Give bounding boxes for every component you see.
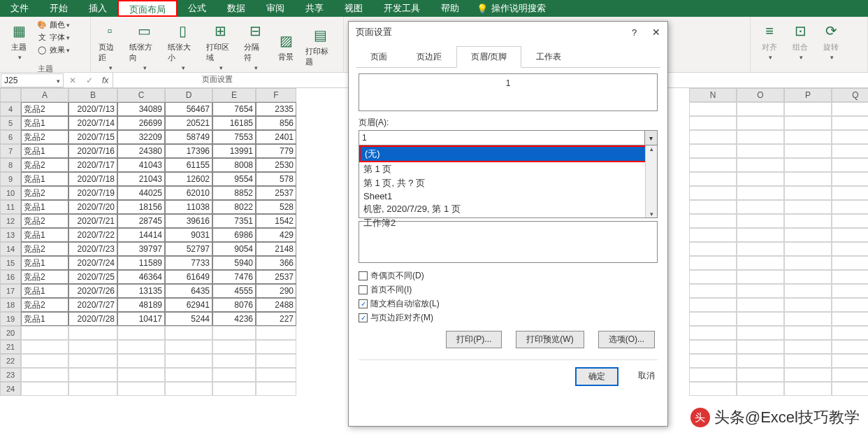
list-item[interactable]: Sheet1 (359, 190, 657, 202)
cell[interactable] (212, 326, 256, 340)
cell[interactable]: 2020/7/23 (68, 242, 117, 256)
menu-insert[interactable]: 插入 (78, 0, 117, 17)
cell[interactable]: 8008 (212, 158, 256, 172)
row-header[interactable]: 12 (0, 214, 21, 228)
cell[interactable] (737, 200, 784, 214)
orientation-button[interactable]: ▭纸张方向 (125, 18, 164, 73)
list-item[interactable]: 第 1 页, 共 ? 页 (359, 176, 657, 190)
cell[interactable] (117, 382, 165, 396)
cell[interactable]: 48189 (117, 298, 165, 312)
cell[interactable]: 46364 (117, 270, 165, 284)
chk-odd-even[interactable]: 奇偶页不同(D) (359, 270, 658, 282)
cell[interactable]: 5940 (212, 256, 256, 270)
print-preview-button[interactable]: 打印预览(W) (516, 331, 584, 348)
cell[interactable] (832, 158, 868, 172)
cell[interactable]: 竞品2 (21, 270, 68, 284)
print-titles-button[interactable]: ▤打印标题 (301, 18, 340, 73)
cell[interactable] (117, 354, 165, 368)
cell[interactable] (21, 354, 68, 368)
row-header[interactable]: 10 (0, 186, 21, 200)
col-header[interactable]: D (165, 88, 212, 102)
cell[interactable] (212, 354, 256, 368)
tab-margins[interactable]: 页边距 (402, 46, 456, 68)
row-header[interactable]: 21 (0, 340, 21, 354)
menu-view[interactable]: 视图 (334, 0, 373, 17)
cell[interactable] (737, 284, 784, 298)
cell[interactable]: 779 (256, 144, 296, 158)
cell[interactable] (832, 130, 868, 144)
menu-developer[interactable]: 开发工具 (373, 0, 431, 17)
cell[interactable]: 429 (256, 228, 296, 242)
tab-sheet[interactable]: 工作表 (521, 46, 576, 68)
cell[interactable] (165, 354, 212, 368)
row-header[interactable]: 5 (0, 116, 21, 130)
row-header[interactable]: 18 (0, 298, 21, 312)
options-button[interactable]: 选项(O)... (598, 331, 655, 348)
margins-button[interactable]: ▫页边距 (94, 18, 125, 73)
cell[interactable] (689, 214, 737, 228)
cell[interactable] (737, 130, 784, 144)
cell[interactable] (832, 298, 868, 312)
cell[interactable]: 44025 (117, 186, 165, 200)
dialog-close[interactable]: ✕ (652, 27, 660, 38)
dialog-help[interactable]: ? (632, 27, 637, 38)
cell[interactable] (689, 102, 737, 116)
cell[interactable]: 9031 (165, 228, 212, 242)
cell[interactable] (832, 172, 868, 186)
cell[interactable] (256, 368, 296, 382)
list-item[interactable]: (无) (359, 145, 657, 162)
cell[interactable] (256, 382, 296, 396)
menu-home[interactable]: 开始 (39, 0, 78, 17)
cell[interactable] (784, 130, 832, 144)
cell[interactable] (832, 368, 868, 382)
combo-dropdown-button[interactable]: ▾ (644, 131, 657, 145)
cell[interactable] (832, 326, 868, 340)
row-header[interactable]: 17 (0, 284, 21, 298)
cell[interactable]: 32209 (117, 130, 165, 144)
cell[interactable] (689, 312, 737, 326)
cell[interactable] (832, 214, 868, 228)
cell[interactable] (256, 340, 296, 354)
header-options-list[interactable]: (无) 第 1 页 第 1 页, 共 ? 页 Sheet1 机密, 2020/7… (359, 145, 658, 218)
chk-first-page[interactable]: 首页不同(I) (359, 284, 658, 296)
cell[interactable]: 2020/7/19 (68, 186, 117, 200)
cell[interactable] (689, 354, 737, 368)
list-item[interactable]: 机密, 2020/7/29, 第 1 页 (359, 202, 657, 216)
cell[interactable] (689, 158, 737, 172)
cell[interactable]: 2020/7/18 (68, 172, 117, 186)
cell[interactable]: 竞品1 (21, 228, 68, 242)
cell[interactable] (832, 382, 868, 396)
cell[interactable] (784, 242, 832, 256)
col-header[interactable]: F (256, 88, 296, 102)
cell[interactable] (689, 144, 737, 158)
ok-button[interactable]: 确定 (575, 367, 619, 386)
cell[interactable] (689, 200, 737, 214)
select-all[interactable] (0, 88, 21, 102)
cell[interactable]: 12602 (165, 172, 212, 186)
cell[interactable]: 366 (256, 256, 296, 270)
cell[interactable]: 8022 (212, 200, 256, 214)
cell[interactable] (737, 312, 784, 326)
cell[interactable] (21, 382, 68, 396)
cell[interactable] (256, 326, 296, 340)
cell[interactable]: 28745 (117, 214, 165, 228)
cell[interactable] (784, 228, 832, 242)
cell[interactable] (212, 340, 256, 354)
cell[interactable]: 6986 (212, 228, 256, 242)
cell[interactable] (737, 228, 784, 242)
cell[interactable] (165, 340, 212, 354)
row-header[interactable]: 4 (0, 102, 21, 116)
col-header[interactable]: B (68, 88, 117, 102)
cell[interactable]: 7351 (212, 214, 256, 228)
menu-share[interactable]: 共享 (295, 0, 334, 17)
cell[interactable] (68, 354, 117, 368)
cell[interactable] (165, 326, 212, 340)
cell[interactable]: 52797 (165, 242, 212, 256)
theme-colors[interactable]: 🎨颜色 (34, 18, 72, 31)
cell[interactable] (117, 368, 165, 382)
cell[interactable] (689, 382, 737, 396)
chk-scale-with-doc[interactable]: ✓随文档自动缩放(L) (359, 298, 658, 310)
cell[interactable]: 竞品1 (21, 172, 68, 186)
cell[interactable] (832, 256, 868, 270)
cell[interactable]: 7553 (212, 130, 256, 144)
